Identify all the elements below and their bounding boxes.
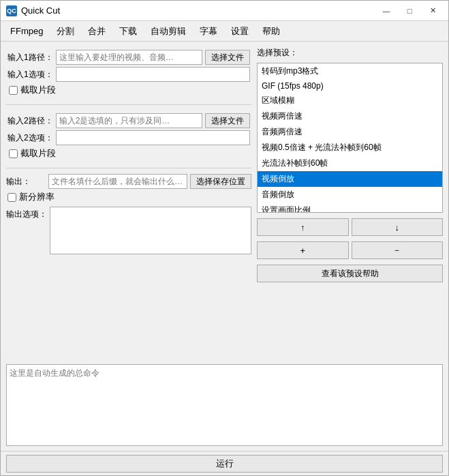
title-bar-left: QC Quick Cut [6, 5, 60, 16]
divider1 [6, 104, 251, 105]
divider2 [6, 168, 251, 168]
input1-path-label: 输入1路径： [7, 52, 53, 63]
preset-item-4[interactable]: 音频两倍速 [258, 124, 442, 140]
preset-item-7[interactable]: 视频倒放 [258, 171, 442, 187]
preset-item-2[interactable]: 区域模糊 [258, 93, 442, 108]
input1-option-row: 输入1选项： [7, 67, 250, 82]
title-bar: QC Quick Cut — □ ✕ [1, 1, 448, 21]
input1-path-row: 输入1路径： 选择文件 [7, 50, 250, 65]
preset-add-remove-buttons: + － [257, 241, 443, 259]
app-icon: QC [6, 5, 17, 16]
preset-item-9[interactable]: 设置画面比例 [258, 203, 442, 213]
main-content: 输入1路径： 选择文件 输入1选项： 截取片段 输入2路径： [1, 42, 448, 364]
preset-up-button[interactable]: ↑ [257, 218, 349, 236]
right-panel: 选择预设： 转码到mp3格式 GIF (15fps 480p) 区域模糊 视频两… [257, 47, 443, 359]
output-select-button[interactable]: 选择保存位置 [190, 174, 251, 189]
input2-option-field[interactable] [56, 130, 250, 145]
output-resolution-checkbox[interactable] [7, 193, 16, 202]
output-path-field[interactable] [48, 174, 187, 189]
input2-clip-row: 截取片段 [7, 147, 250, 160]
output-label: 输出： [6, 176, 46, 188]
preset-move-buttons: ↑ ↓ [257, 218, 443, 236]
input1-clip-checkbox[interactable] [9, 86, 18, 95]
menu-auto-edit[interactable]: 自动剪辑 [144, 21, 193, 41]
preset-down-button[interactable]: ↓ [352, 218, 444, 236]
output-option-label: 输出选项： [6, 207, 47, 220]
input1-group: 输入1路径： 选择文件 输入1选项： 截取片段 [6, 47, 251, 99]
preset-item-1[interactable]: GIF (15fps 480p) [258, 79, 442, 93]
preset-list[interactable]: 转码到mp3格式 GIF (15fps 480p) 区域模糊 视频两倍速 音频两… [257, 63, 443, 213]
maximize-button[interactable]: □ [399, 4, 420, 18]
input1-option-field[interactable] [56, 67, 250, 82]
output-section: 输出： 选择保存位置 新分辨率 输出选项： [6, 174, 251, 254]
preset-item-0[interactable]: 转码到mp3格式 [258, 63, 442, 79]
input1-clip-row: 截取片段 [7, 84, 250, 96]
main-window: QC Quick Cut — □ ✕ FFmpeg 分割 合并 下载 自动剪辑 … [0, 0, 449, 476]
left-panel: 输入1路径： 选择文件 输入1选项： 截取片段 输入2路径： [6, 47, 251, 359]
menu-merge[interactable]: 合并 [81, 21, 112, 41]
window-title: Quick Cut [21, 5, 60, 16]
input2-clip-label: 截取片段 [20, 147, 56, 160]
input2-option-row: 输入2选项： [7, 130, 250, 145]
input2-option-label: 输入2选项： [7, 132, 53, 144]
command-field[interactable] [6, 364, 443, 446]
input2-path-field[interactable] [56, 113, 202, 128]
preset-item-6[interactable]: 光流法补帧到60帧 [258, 155, 442, 171]
input2-clip-checkbox[interactable] [9, 149, 18, 158]
preset-item-5[interactable]: 视频0.5倍速 + 光流法补帧到60帧 [258, 140, 442, 155]
input1-select-button[interactable]: 选择文件 [205, 50, 250, 65]
menu-ffmpeg[interactable]: FFmpeg [3, 21, 50, 41]
input2-path-label: 输入2路径： [7, 115, 53, 127]
output-option-row: 输出选项： [6, 207, 251, 254]
preset-item-3[interactable]: 视频两倍速 [258, 108, 442, 124]
run-bar: 运行 [1, 451, 448, 475]
output-option-field[interactable] [50, 207, 251, 254]
menu-bar: FFmpeg 分割 合并 下载 自动剪辑 字幕 设置 帮助 [1, 21, 448, 42]
preset-label: 选择预设： [257, 47, 443, 59]
command-section [1, 364, 448, 451]
window-controls: — □ ✕ [376, 4, 443, 18]
menu-settings[interactable]: 设置 [224, 21, 256, 41]
preset-item-8[interactable]: 音频倒放 [258, 187, 442, 203]
close-button[interactable]: ✕ [422, 4, 443, 18]
input1-path-field[interactable] [56, 50, 202, 65]
input2-select-button[interactable]: 选择文件 [205, 113, 250, 128]
output-resolution-row: 新分辨率 [6, 191, 251, 203]
minimize-button[interactable]: — [376, 4, 397, 18]
menu-subtitle[interactable]: 字幕 [193, 21, 224, 41]
input2-path-row: 输入2路径： 选择文件 [7, 113, 250, 128]
preset-remove-button[interactable]: － [352, 241, 444, 259]
preset-help-button[interactable]: 查看该预设帮助 [257, 265, 443, 282]
menu-download[interactable]: 下载 [112, 21, 144, 41]
menu-split[interactable]: 分割 [50, 21, 81, 41]
menu-help[interactable]: 帮助 [256, 21, 287, 41]
run-button[interactable]: 运行 [6, 455, 443, 473]
preset-add-button[interactable]: + [257, 241, 349, 259]
output-resolution-label: 新分辨率 [19, 191, 55, 203]
input1-clip-label: 截取片段 [20, 84, 56, 96]
input1-option-label: 输入1选项： [7, 69, 53, 80]
input2-group: 输入2路径： 选择文件 输入2选项： 截取片段 [6, 110, 251, 162]
output-path-row: 输出： 选择保存位置 [6, 174, 251, 189]
